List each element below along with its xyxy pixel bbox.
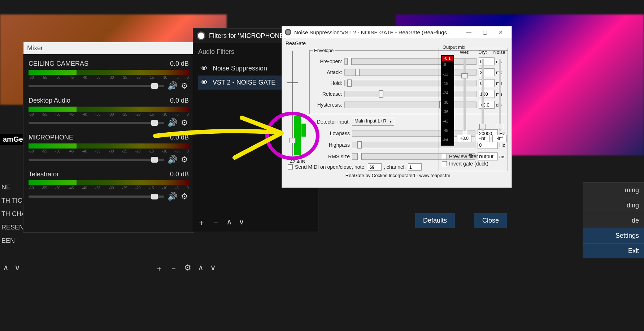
- sources-list-partial: NE TH TICKE TH CHAT RESENTA EEN: [0, 181, 24, 248]
- threshold-slider[interactable]: -42.4 dB: [286, 51, 302, 167]
- reagate-subtitle: ReaGate: [286, 40, 508, 46]
- channel-settings-icon[interactable]: ⚙: [180, 192, 189, 201]
- source-settings-icon[interactable]: ⚙: [184, 263, 191, 274]
- move-up-icon[interactable]: ∧: [198, 263, 204, 274]
- plugin-icon: [285, 29, 291, 35]
- db-tick: -48: [443, 128, 448, 133]
- envelope-hysteresis-label: Hysteresis:: [313, 102, 342, 108]
- reagate-window: Noise Suppression:VST 2 - NOISE GATE - R…: [282, 26, 512, 188]
- filters-title: Filters for 'MICROPHONE': [209, 32, 285, 40]
- output-mix-legend: Output mix: [441, 44, 467, 50]
- move-down-icon[interactable]: ∨: [210, 263, 216, 274]
- mixer-channel: MICROPHONE0.0 dB -60-55-50-45-40-35-30-2…: [23, 131, 194, 168]
- minimize-icon[interactable]: —: [461, 28, 477, 36]
- envelope-preopen-label: Pre-open:: [313, 59, 342, 64]
- send-midi-label: Send MIDI on open/close, note:: [295, 164, 366, 170]
- volume-slider[interactable]: [29, 159, 164, 161]
- wet-column: Wet: +0.0: [456, 50, 473, 55]
- noise-label: Noise:: [492, 50, 508, 55]
- visibility-icon[interactable]: 👁: [200, 78, 208, 87]
- wet-value[interactable]: +0.0: [457, 135, 471, 142]
- mute-icon[interactable]: 🔊: [168, 155, 177, 164]
- detector-highpass-label: Highpass: [309, 142, 350, 148]
- level-meter: [29, 180, 189, 185]
- volume-slider[interactable]: [29, 195, 164, 198]
- channel-level: 0.0 dB: [170, 134, 189, 141]
- db-tick: -24: [443, 91, 448, 95]
- envelope-release-label: Release:: [313, 91, 342, 97]
- settings-button[interactable]: Settings: [583, 228, 644, 243]
- add-filter-icon[interactable]: ＋: [197, 217, 205, 228]
- mixer-channel: CEILING CAMERAS0.0 dB -60-55-50-45-40-35…: [23, 57, 194, 94]
- obs-button[interactable]: de: [583, 213, 644, 228]
- detector-input-select[interactable]: Main Input L+R: [352, 118, 394, 126]
- channel-level: 0.0 dB: [170, 60, 189, 68]
- add-source-icon[interactable]: ＋: [155, 263, 163, 274]
- noise-value[interactable]: -inf: [492, 135, 507, 142]
- channel-settings-icon[interactable]: ⚙: [180, 82, 189, 90]
- obs-logo-icon: [197, 31, 205, 40]
- source-item[interactable]: TH TICKE: [0, 194, 24, 207]
- dry-column: Dry: -inf: [474, 50, 491, 55]
- exit-button[interactable]: Exit: [583, 243, 644, 258]
- level-meter: [29, 70, 189, 75]
- close-icon[interactable]: ✕: [493, 28, 509, 36]
- obs-button[interactable]: ding: [583, 198, 644, 213]
- remove-filter-icon[interactable]: －: [212, 217, 220, 228]
- panel-order-controls: ∧ ∨: [3, 263, 20, 272]
- detector-rms-label: RMS size: [309, 154, 350, 159]
- reagate-titlebar[interactable]: Noise Suppression:VST 2 - NOISE GATE - R…: [282, 26, 512, 38]
- move-up-icon[interactable]: ∧: [226, 217, 232, 228]
- mixer-channel: Desktop Audio0.0 dB -60-55-50-45-40-35-3…: [23, 94, 194, 131]
- invert-label: Invert gate (duck): [449, 161, 488, 167]
- obs-controls: ming ding de Settings Exit: [583, 182, 644, 258]
- channel-settings-icon[interactable]: ⚙: [180, 155, 189, 164]
- dry-label: Dry:: [474, 50, 491, 55]
- db-tick: -36: [443, 109, 448, 114]
- db-tick: -inf: [443, 138, 448, 142]
- db-tick: -6: [443, 63, 446, 67]
- visibility-icon[interactable]: 👁: [200, 64, 208, 73]
- filter-label: Noise Suppression: [213, 65, 267, 72]
- source-item[interactable]: TH CHAT: [0, 207, 24, 221]
- close-button[interactable]: Close: [474, 213, 507, 228]
- preview-label: Preview filter output: [449, 154, 493, 159]
- invert-checkbox[interactable]: [442, 161, 447, 166]
- reagate-credit: ReaGate by Cockos Incorporated - www.rea…: [288, 173, 508, 178]
- mute-icon[interactable]: 🔊: [168, 119, 177, 127]
- sources-toolbar: ＋ － ⚙ ∧ ∨: [155, 263, 216, 274]
- midi-channel-input[interactable]: [408, 163, 422, 171]
- source-item[interactable]: EEN: [0, 234, 24, 248]
- output-db-meter: -0.1 -6-12-18-24-30-36-42-48-inf: [441, 55, 454, 146]
- maximize-icon[interactable]: ▢: [477, 28, 493, 36]
- mute-icon[interactable]: 🔊: [168, 82, 177, 90]
- mute-icon[interactable]: 🔊: [168, 192, 177, 201]
- channel-name: MICROPHONE: [29, 134, 73, 141]
- move-down-icon[interactable]: ∨: [239, 217, 244, 228]
- dry-slider[interactable]: [482, 59, 484, 131]
- mixer-title: Mixer: [23, 42, 194, 54]
- move-down-icon[interactable]: ∨: [14, 263, 20, 272]
- remove-source-icon[interactable]: －: [170, 263, 178, 274]
- channel-settings-icon[interactable]: ⚙: [180, 119, 189, 127]
- source-item[interactable]: NE: [0, 181, 24, 194]
- envelope-legend: Envelope: [313, 48, 335, 53]
- midi-note-input[interactable]: [368, 163, 382, 171]
- source-item[interactable]: RESENTA: [0, 221, 24, 234]
- envelope-attack-label: Attack:: [313, 69, 342, 75]
- preview-checkbox[interactable]: [442, 154, 447, 159]
- obs-button[interactable]: ming: [583, 182, 644, 198]
- threshold-unit: dB: [299, 159, 305, 164]
- volume-slider[interactable]: [29, 122, 164, 124]
- volume-slider[interactable]: [29, 85, 164, 87]
- filter-label: VST 2 - NOISE GATE: [213, 79, 275, 86]
- dry-value[interactable]: -inf: [475, 135, 489, 142]
- envelope-hold-label: Hold:: [313, 80, 342, 86]
- threshold-thumb[interactable]: [289, 138, 296, 143]
- move-up-icon[interactable]: ∧: [3, 263, 9, 272]
- wet-slider[interactable]: [464, 59, 466, 131]
- defaults-button[interactable]: Defaults: [415, 213, 455, 228]
- channel-level: 0.0 dB: [170, 171, 189, 178]
- channel-name: Desktop Audio: [29, 97, 70, 104]
- noise-slider[interactable]: [499, 59, 501, 131]
